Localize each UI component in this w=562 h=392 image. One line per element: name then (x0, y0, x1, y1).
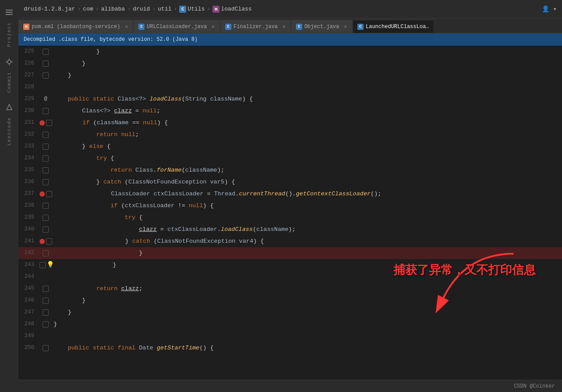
sidebar-label-leetcode: Leetcode (7, 117, 12, 146)
bookmark-225 (43, 49, 49, 55)
code-line-232: 232 return null; (18, 129, 562, 140)
bookmark-245 (43, 286, 49, 292)
bookmark-227 (43, 72, 49, 79)
sidebar-icon-leetcode[interactable] (1, 100, 17, 115)
svg-rect-1 (6, 12, 13, 13)
editor[interactable]: 225 } 226 } 227 } 228 229 @ (18, 46, 562, 380)
code-line-229: 229 @ public static Class<?> loadClass(S… (18, 93, 562, 105)
code-line-246: 246 } (18, 295, 562, 306)
breadcrumb-druid[interactable]: druid (133, 6, 150, 12)
tab-finalizer[interactable]: C Finalizer.java ✕ (220, 20, 291, 33)
tab-urlclassloader-close[interactable]: ✕ (211, 24, 216, 29)
bookmark-243 (40, 262, 46, 268)
sidebar-label-commit: Commit (7, 72, 12, 93)
code-line-231: 231 if (className == null) { (18, 117, 562, 129)
tab-launchedurlclassloader-label: LaunchedURLClassLoa… (366, 24, 429, 30)
bookmark-231 (46, 120, 52, 126)
user-icon[interactable]: 👤 ▾ (542, 5, 557, 13)
breadcrumb-utils[interactable]: Utils (187, 6, 205, 12)
breadcrumb-loadclass-icon: m (213, 6, 220, 13)
tab-object-close[interactable]: ✕ (343, 24, 348, 29)
status-bar-text: CSDN @Coinker (514, 383, 555, 389)
info-bar: Decompiled .class file, bytecode version… (18, 33, 562, 46)
info-bar-text: Decompiled .class file, bytecode version… (24, 36, 198, 43)
sidebar-label-project: Project (7, 22, 12, 47)
breadcrumb-com[interactable]: com (83, 6, 93, 12)
code-line-225: 225 } (18, 46, 562, 58)
breakpoint-231 (40, 120, 45, 126)
code-line-235: 235 return Class.forName(className); (18, 164, 562, 176)
code-line-228: 228 (18, 81, 562, 93)
svg-point-3 (7, 60, 11, 64)
bookmark-235 (43, 167, 49, 173)
svg-rect-0 (6, 10, 13, 11)
code-line-240: 240 clazz = ctxClassLoader.loadClass(cla… (18, 223, 562, 235)
code-line-236: 236 } catch (ClassNotFoundException var5… (18, 176, 562, 188)
code-line-245: 245 return clazz; (18, 283, 562, 295)
tab-object[interactable]: C Object.java ✕ (291, 20, 353, 33)
bookmark-230 (43, 108, 49, 114)
code-line-227: 227 } (18, 69, 562, 81)
code-line-241: 241 } catch (ClassNotFoundException var4… (18, 235, 562, 247)
bookmark-238 (43, 203, 49, 209)
bookmark-239 (43, 215, 49, 221)
tabs-bar: m pom.xml (laobantong-service) ✕ C URLCl… (18, 18, 562, 33)
tab-pom-label: pom.xml (laobantong-service) (32, 24, 120, 30)
breakpoint-237 (40, 191, 45, 197)
code-line-242: 242 } (18, 247, 562, 259)
bookmark-226 (43, 61, 49, 67)
code-line-248: 248 } (18, 318, 562, 330)
tab-finalizer-icon: C (225, 24, 231, 30)
bookmark-240 (43, 227, 49, 233)
bookmark-237 (46, 191, 52, 197)
breadcrumb-loadclass[interactable]: loadClass (221, 6, 252, 12)
tab-urlclassloader-icon: C (138, 24, 144, 30)
code-line-239: 239 try { (18, 212, 562, 223)
tab-pom-close[interactable]: ✕ (124, 24, 129, 29)
bookmark-247 (43, 309, 49, 316)
code-line-238: 238 if (ctxClassLoader != null) { (18, 200, 562, 212)
breadcrumb-alibaba[interactable]: alibaba (101, 6, 125, 12)
code-line-250: 250 public static final Date getStartTim… (18, 342, 562, 354)
bookmark-241 (46, 238, 52, 245)
breakpoint-241 (40, 239, 45, 244)
bookmark-242 (43, 250, 49, 256)
svg-rect-2 (6, 14, 13, 15)
breadcrumb-util[interactable]: util (158, 6, 171, 12)
tab-object-icon: C (296, 24, 302, 30)
code-line-237: 237 ClassLoader ctxClassLoader = Thread.… (18, 188, 562, 200)
sidebar-icon-commit[interactable] (1, 54, 17, 70)
nav-bar: druid-1.2.8.jar › com › alibaba › druid … (18, 0, 562, 18)
tab-pom-icon: m (23, 24, 29, 30)
lightbulb-243: 💡 (47, 259, 54, 271)
tab-object-label: Object.java (304, 24, 339, 30)
tab-launchedurlclassloader[interactable]: C LaunchedURLClassLoa… (353, 20, 434, 33)
tab-urlclassloader-label: URLClassLoader.java (147, 24, 207, 30)
bookmark-233 (43, 144, 49, 150)
sidebar: Project Commit Leetcode (0, 0, 18, 392)
bookmark-246 (43, 298, 49, 304)
tab-urlclassloader[interactable]: C URLClassLoader.java ✕ (133, 20, 220, 33)
bookmark-234 (43, 155, 49, 162)
breadcrumb-jar[interactable]: druid-1.2.8.jar (24, 6, 75, 12)
bookmark-232 (43, 132, 49, 138)
status-bar: CSDN @Coinker (18, 380, 562, 392)
code-line-244: 244 (18, 271, 562, 283)
tab-finalizer-close[interactable]: ✕ (282, 24, 287, 29)
code-line-249: 249 (18, 330, 562, 342)
breadcrumb-utils-icon: C (179, 6, 186, 13)
bookmark-236 (43, 179, 49, 185)
code-line-247: 247 } (18, 306, 562, 318)
bookmark-250 (43, 345, 49, 351)
code-line-234: 234 try { (18, 152, 562, 164)
tab-pom[interactable]: m pom.xml (laobantong-service) ✕ (18, 20, 133, 33)
code-line-243: 243 💡 } (18, 259, 562, 271)
code-line-233: 233 } else { (18, 140, 562, 152)
code-line-230: 230 Class<?> clazz = null; (18, 105, 562, 117)
code-lines: 225 } 226 } 227 } 228 229 @ (18, 46, 562, 380)
code-line-226: 226 } (18, 58, 562, 69)
tab-finalizer-label: Finalizer.java (234, 24, 278, 30)
sidebar-icon-project[interactable] (1, 4, 17, 20)
bookmark-248 (43, 321, 49, 327)
breadcrumb: druid-1.2.8.jar › com › alibaba › druid … (24, 6, 542, 13)
